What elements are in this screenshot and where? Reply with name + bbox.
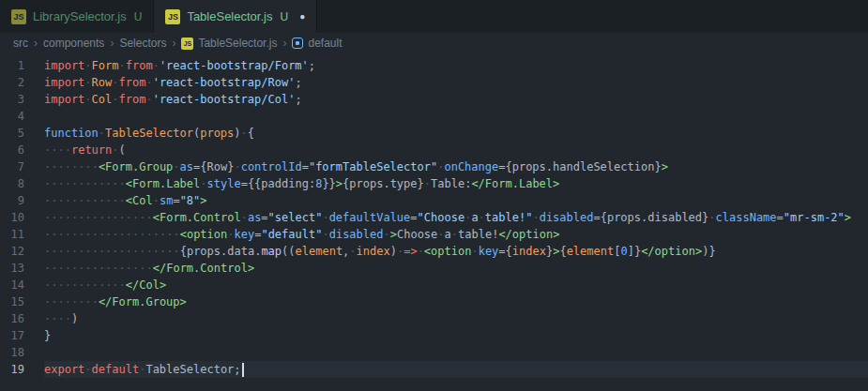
breadcrumb-label: components [43, 37, 104, 50]
line-number: 5 [0, 125, 36, 142]
line-number: 9 [0, 192, 36, 209]
code-line-16: ····) [44, 310, 868, 327]
line-number: 15 [0, 293, 36, 310]
line-number: 12 [0, 243, 36, 260]
line-number: 18 [0, 344, 36, 361]
code-line-13: ················</Form.Control> [44, 260, 868, 277]
breadcrumb-item-default[interactable]: default [292, 37, 342, 50]
breadcrumb-label: default [308, 37, 342, 50]
line-number: 14 [0, 277, 36, 293]
breadcrumb-item-components[interactable]: components [43, 37, 104, 50]
line-number: 17 [0, 327, 36, 344]
line-number: 4 [0, 108, 36, 125]
code-line-18 [44, 344, 868, 361]
line-number: 6 [0, 142, 36, 158]
code-line-9: ············<Col·sm="8"> [44, 192, 868, 209]
line-number: 8 [0, 175, 36, 192]
code-area[interactable]: import·Form·from·'react-bootstrap/Form';… [36, 57, 868, 378]
breadcrumb: src›components›Selectors›JSTableSelector… [0, 33, 868, 53]
js-file-icon: JS [165, 9, 180, 24]
tab-bar: JSLibrarySelector.jsUJSTableSelector.jsU… [0, 0, 868, 33]
breadcrumb-label: TableSelector.js [198, 37, 277, 50]
code-line-3: import·Col·from·'react-bootstrap/Col'; [44, 91, 868, 108]
code-line-6: ····return·( [44, 142, 868, 158]
code-line-12: ····················{props.data.map((ele… [44, 243, 868, 260]
js-file-icon: JS [11, 9, 26, 24]
code-editor[interactable]: 12345678910111213141516171819 import·For… [0, 53, 868, 391]
cursor-caret [242, 363, 244, 377]
breadcrumb-separator: › [110, 37, 114, 50]
breadcrumb-separator: › [172, 37, 175, 50]
line-number-gutter[interactable]: 12345678910111213141516171819 [0, 57, 36, 378]
tab-label: LibrarySelector.js [33, 9, 127, 23]
modified-dot-icon[interactable]: ● [299, 12, 305, 22]
code-line-4 [44, 108, 868, 125]
line-number: 10 [0, 209, 36, 226]
line-number: 3 [0, 91, 36, 108]
tab-label: TableSelector.js [187, 9, 272, 23]
code-line-14: ············</Col> [44, 277, 868, 293]
code-line-15: ········</Form.Group> [44, 293, 868, 310]
line-number: 1 [0, 57, 36, 74]
git-untracked-badge: U [134, 10, 143, 23]
breadcrumb-label: Selectors [119, 37, 166, 50]
line-number: 19 [0, 361, 36, 378]
line-number: 7 [0, 158, 36, 175]
vscode-window: JSLibrarySelector.jsUJSTableSelector.jsU… [0, 0, 868, 391]
line-number: 16 [0, 310, 36, 327]
breadcrumb-item-tableselector-js[interactable]: JSTableSelector.js [181, 37, 277, 50]
js-file-icon: JS [181, 38, 193, 50]
code-line-11: ····················<option·key="default… [44, 226, 868, 243]
symbol-default-icon [292, 38, 303, 49]
breadcrumb-separator: › [34, 37, 38, 50]
code-line-8: ············<Form.Label·style={{padding:… [44, 175, 868, 192]
tab-libraryselector-js[interactable]: JSLibrarySelector.jsU [0, 0, 154, 33]
code-line-19: export·default·TableSelector; [44, 361, 868, 378]
code-line-10: ················<Form.Control·as="select… [44, 209, 868, 226]
breadcrumb-label: src [13, 37, 28, 50]
breadcrumb-separator: › [282, 37, 286, 50]
line-number: 2 [0, 74, 36, 91]
code-line-2: import·Row·from·'react-bootstrap/Row'; [44, 74, 868, 91]
tab-tableselector-js[interactable]: JSTableSelector.jsU● [154, 0, 317, 33]
breadcrumb-item-src[interactable]: src [13, 37, 28, 50]
breadcrumb-item-selectors[interactable]: Selectors [119, 37, 166, 50]
code-line-5: function·TableSelector(props)·{ [44, 125, 868, 142]
code-line-7: ········<Form.Group·as={Row}·controlId="… [44, 158, 868, 175]
line-number: 13 [0, 260, 36, 277]
line-number: 11 [0, 226, 36, 243]
code-line-1: import·Form·from·'react-bootstrap/Form'; [44, 57, 868, 74]
code-line-17: } [44, 327, 868, 344]
git-untracked-badge: U [280, 10, 288, 23]
